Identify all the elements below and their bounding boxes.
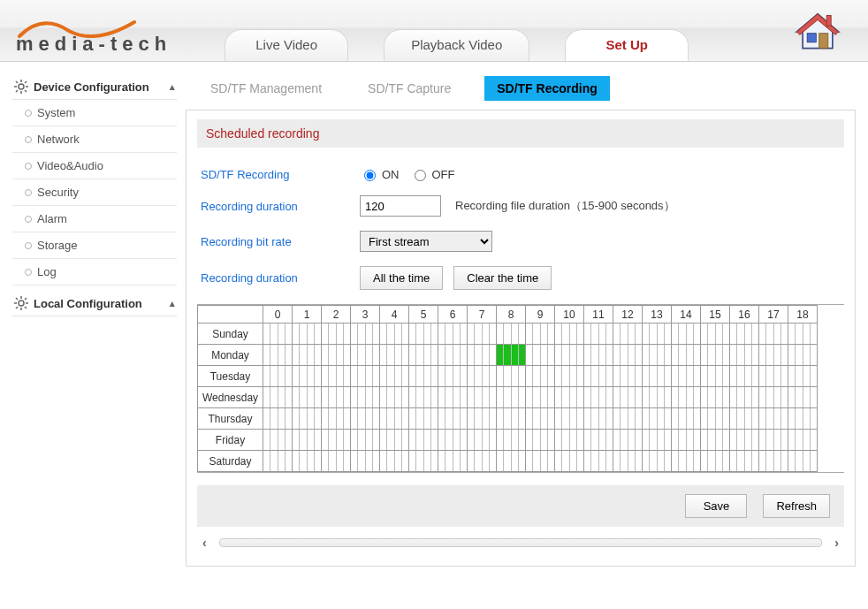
save-button[interactable]: Save (685, 494, 747, 518)
schedule-cell[interactable] (438, 366, 468, 387)
schedule-cell[interactable] (438, 451, 468, 472)
schedule-cell[interactable] (788, 408, 818, 430)
schedule-cell[interactable] (468, 430, 497, 451)
home-button[interactable] (794, 11, 841, 56)
schedule-cell[interactable] (643, 430, 672, 451)
schedule-cell[interactable] (526, 430, 555, 451)
schedule-cell[interactable] (322, 324, 351, 345)
schedule-cell[interactable] (438, 324, 468, 345)
schedule-cell[interactable] (468, 387, 497, 408)
schedule-cell[interactable] (438, 408, 468, 430)
schedule-cell[interactable] (263, 366, 293, 387)
schedule-cell[interactable] (526, 345, 555, 366)
schedule-cell[interactable] (701, 345, 730, 366)
schedule-cell[interactable] (468, 366, 497, 387)
radio-off[interactable] (415, 170, 426, 181)
schedule-cell[interactable] (788, 430, 818, 451)
schedule-cell[interactable] (263, 345, 293, 366)
schedule-cell[interactable] (526, 387, 555, 408)
schedule-cell[interactable] (409, 451, 438, 472)
schedule-cell[interactable] (497, 366, 526, 387)
scroll-track[interactable] (219, 538, 823, 547)
subtab-sd-management[interactable]: SD/TF Management (198, 76, 334, 101)
schedule-cell[interactable] (643, 345, 672, 366)
schedule-cell[interactable] (555, 408, 584, 430)
schedule-cell[interactable] (293, 345, 322, 366)
schedule-cell[interactable] (788, 324, 818, 345)
sidebar-item-system[interactable]: System (12, 100, 177, 126)
schedule-cell[interactable] (643, 451, 672, 472)
schedule-cell[interactable] (526, 366, 555, 387)
schedule-cell[interactable] (351, 345, 380, 366)
schedule-cell[interactable] (351, 451, 380, 472)
schedule-cell[interactable] (351, 430, 380, 451)
schedule-cell[interactable] (497, 324, 526, 345)
schedule-cell[interactable] (584, 430, 613, 451)
schedule-cell[interactable] (293, 430, 322, 451)
schedule-cell[interactable] (380, 324, 409, 345)
sidebar-item-videoaudio[interactable]: Video&Audio (12, 153, 177, 179)
schedule-cell[interactable] (555, 387, 584, 408)
schedule-cell[interactable] (584, 366, 613, 387)
schedule-cell[interactable] (468, 345, 497, 366)
schedule-cell[interactable] (409, 387, 438, 408)
schedule-cell[interactable] (613, 324, 643, 345)
sidebar-group-local-config[interactable]: Local Configuration ▴ (12, 291, 177, 316)
schedule-cell[interactable] (555, 366, 584, 387)
sidebar-group-device-config[interactable]: Device Configuration ▴ (12, 74, 177, 100)
btn-all-the-time[interactable]: All the time (360, 266, 443, 290)
radio-off-wrap[interactable]: OFF (410, 167, 455, 181)
schedule-cell[interactable] (438, 387, 468, 408)
schedule-cell[interactable] (263, 387, 293, 408)
schedule-cell[interactable] (409, 430, 438, 451)
schedule-cell[interactable] (672, 451, 701, 472)
schedule-cell[interactable] (730, 430, 759, 451)
schedule-cell[interactable] (322, 366, 351, 387)
schedule-cell[interactable] (555, 451, 584, 472)
subtab-sd-recording[interactable]: SD/TF Recording (484, 76, 610, 101)
refresh-button[interactable]: Refresh (763, 494, 830, 518)
schedule-cell[interactable] (380, 408, 409, 430)
schedule-cell[interactable] (788, 366, 818, 387)
radio-on-wrap[interactable]: ON (360, 167, 400, 181)
schedule-cell[interactable] (526, 451, 555, 472)
schedule-cell[interactable] (322, 387, 351, 408)
schedule-cell[interactable] (730, 345, 759, 366)
schedule-cell[interactable] (613, 366, 643, 387)
schedule-cell[interactable] (584, 387, 613, 408)
schedule-cell[interactable] (584, 408, 613, 430)
schedule-cell[interactable] (584, 324, 613, 345)
schedule-cell[interactable] (613, 408, 643, 430)
schedule-cell[interactable] (263, 324, 293, 345)
schedule-cell[interactable] (701, 387, 730, 408)
schedule-cell[interactable] (380, 451, 409, 472)
schedule-cell[interactable] (380, 345, 409, 366)
schedule-cell[interactable] (468, 324, 497, 345)
schedule-cell[interactable] (643, 324, 672, 345)
schedule-cell[interactable] (497, 345, 526, 366)
schedule-cell[interactable] (526, 324, 555, 345)
schedule-cell[interactable] (584, 451, 613, 472)
schedule-cell[interactable] (438, 430, 468, 451)
sidebar-item-log[interactable]: Log (12, 259, 177, 285)
sidebar-item-security[interactable]: Security (12, 179, 177, 206)
schedule-cell[interactable] (351, 408, 380, 430)
schedule-cell[interactable] (409, 324, 438, 345)
schedule-cell[interactable] (643, 366, 672, 387)
schedule-cell[interactable] (293, 366, 322, 387)
schedule-cell[interactable] (788, 345, 818, 366)
schedule-cell[interactable] (584, 345, 613, 366)
schedule-cell[interactable] (672, 387, 701, 408)
sidebar-item-storage[interactable]: Storage (12, 232, 177, 259)
schedule-cell[interactable] (351, 366, 380, 387)
schedule-cell[interactable] (322, 451, 351, 472)
schedule-cell[interactable] (409, 366, 438, 387)
schedule-cell[interactable] (555, 430, 584, 451)
tab-playback-video[interactable]: Playback Video (384, 29, 529, 61)
schedule-cell[interactable] (409, 408, 438, 430)
schedule-cell[interactable] (701, 366, 730, 387)
schedule-cell[interactable] (672, 324, 701, 345)
schedule-cell[interactable] (730, 408, 759, 430)
schedule-cell[interactable] (759, 387, 788, 408)
schedule-cell[interactable] (263, 451, 293, 472)
